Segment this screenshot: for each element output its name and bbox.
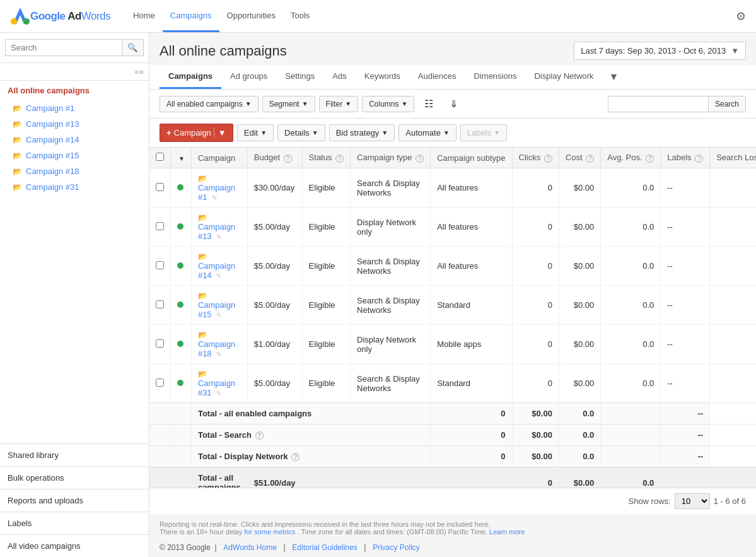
edit-button[interactable]: Edit ▼: [237, 124, 274, 141]
row4-cost-cell: $0.00: [559, 325, 600, 364]
sidebar-collapse-button[interactable]: ««: [0, 63, 149, 81]
header-budget[interactable]: Budget ?: [247, 148, 302, 168]
row4-edit-icon[interactable]: ✎: [216, 351, 221, 358]
tab-audiences[interactable]: Audiences: [409, 65, 465, 89]
segment-button[interactable]: Segment ▼: [262, 96, 315, 112]
header-status[interactable]: Status ?: [302, 148, 350, 168]
row5-checkbox[interactable]: [156, 378, 164, 387]
total-search-help-icon[interactable]: ?: [255, 431, 264, 440]
search-input[interactable]: [5, 39, 122, 56]
total1-searchlost: --: [661, 425, 710, 446]
row4-checkbox[interactable]: [156, 339, 164, 348]
row3-edit-icon[interactable]: ✎: [216, 312, 221, 319]
filter-enabled-campaigns-button[interactable]: All enabled campaigns ▼: [160, 96, 259, 112]
header-avg-pos[interactable]: Avg. Pos. ?: [601, 148, 661, 168]
cost-help-icon[interactable]: ?: [586, 155, 594, 163]
tab-keywords[interactable]: Keywords: [356, 65, 409, 89]
sidebar-bulk-operations[interactable]: Bulk operations: [0, 466, 149, 489]
plus-icon: +: [166, 128, 172, 138]
header-campaign[interactable]: Campaign: [191, 148, 247, 168]
tabs-more-icon[interactable]: ▼: [602, 65, 625, 89]
row3-checkbox[interactable]: [156, 300, 164, 308]
row1-budget-cell: $5.00/day: [247, 208, 302, 247]
campaign-type-help-icon[interactable]: ?: [416, 155, 424, 163]
header-clicks[interactable]: Clicks ?: [512, 148, 559, 168]
select-all-checkbox[interactable]: [156, 153, 164, 161]
sidebar-all-video-campaigns[interactable]: All video campaigns: [0, 534, 149, 557]
sidebar-search-button[interactable]: 🔍: [122, 39, 144, 56]
svg-point-1: [23, 18, 30, 25]
automate-button[interactable]: Automate ▼: [398, 124, 457, 141]
labels-caret-icon: ▼: [494, 129, 500, 136]
header-campaign-type[interactable]: Campaign type ?: [351, 148, 431, 168]
header-cost[interactable]: Cost ?: [559, 148, 600, 168]
sidebar-item-campaign1[interactable]: 📂 Campaign #1: [0, 100, 149, 116]
sidebar-reports-uploads[interactable]: Reports and uploads: [0, 489, 149, 512]
tab-ads[interactable]: Ads: [323, 65, 355, 89]
gear-icon[interactable]: ⚙: [736, 9, 746, 23]
filter-button[interactable]: Filter ▼: [319, 96, 359, 112]
rows-per-page-select[interactable]: 10 25 50 100: [675, 493, 710, 509]
row5-edit-icon[interactable]: ✎: [216, 390, 221, 397]
learn-more-link[interactable]: Learn more: [489, 528, 525, 536]
adwords-home-link[interactable]: AdWords Home: [223, 543, 276, 552]
row0-checkbox[interactable]: [156, 183, 164, 191]
campaign-icon: 📂: [13, 167, 22, 176]
columns-button[interactable]: Columns ▼: [362, 96, 414, 112]
tab-settings[interactable]: Settings: [276, 65, 323, 89]
sidebar-item-campaign15[interactable]: 📂 Campaign #15: [0, 148, 149, 163]
row1-checkbox[interactable]: [156, 222, 164, 230]
nav-tools[interactable]: Tools: [283, 1, 317, 32]
labels-button[interactable]: Labels ▼: [460, 124, 507, 141]
nav-campaigns[interactable]: Campaigns: [163, 1, 219, 32]
main-header: All online campaigns Last 7 days: Sep 30…: [149, 33, 756, 65]
sidebar-item-campaign14[interactable]: 📂 Campaign #14: [0, 132, 149, 148]
sidebar-labels[interactable]: Labels: [0, 512, 149, 534]
clicks-help-icon[interactable]: ?: [544, 155, 552, 163]
toolbar-search-input[interactable]: [608, 96, 709, 112]
labels-help-icon[interactable]: ?: [695, 155, 703, 163]
total-row-display: Total - Display Network ? 0 $0.00 0.0 --: [149, 446, 756, 467]
download-button[interactable]: ⇓: [443, 95, 464, 113]
some-metrics-link[interactable]: for some metrics: [244, 528, 295, 536]
bid-strategy-button[interactable]: Bid strategy ▼: [329, 124, 395, 141]
tab-display-network[interactable]: Display Network: [525, 65, 602, 89]
row3-cost-cell: $0.00: [559, 286, 600, 325]
details-button[interactable]: Details ▼: [277, 124, 325, 141]
campaign-button[interactable]: + Campaign ▼: [160, 124, 233, 142]
row5-campaign-type-cell: Search & Display Networks: [351, 364, 431, 403]
total-display-help-icon[interactable]: ?: [291, 453, 299, 461]
total-row-search: Total - Search ? 0 $0.00 0.0 --: [149, 425, 756, 446]
budget-help-icon[interactable]: ?: [284, 155, 292, 163]
segment-caret-icon: ▼: [302, 100, 308, 107]
tab-campaigns[interactable]: Campaigns: [160, 65, 221, 89]
privacy-policy-link[interactable]: Privacy Policy: [373, 543, 420, 552]
header-search-lost-is[interactable]: Search Lost IS (rank) ?: [710, 148, 756, 168]
nav-opportunities[interactable]: Opportunities: [219, 1, 283, 32]
header-campaign-subtype[interactable]: Campaign subtype: [431, 148, 512, 168]
row2-status-text-cell: Eligible: [302, 247, 350, 286]
row3-labels-cell: --: [661, 286, 710, 325]
row2-edit-icon[interactable]: ✎: [216, 273, 221, 279]
nav-home[interactable]: Home: [125, 1, 163, 32]
chart-button[interactable]: ☷: [418, 95, 439, 113]
sidebar-shared-library[interactable]: Shared library: [0, 443, 149, 466]
sidebar-all-online-campaigns[interactable]: All online campaigns: [0, 81, 149, 100]
sort-arrow-icon[interactable]: ▼: [178, 155, 185, 162]
editorial-guidelines-link[interactable]: Editorial Guidelines: [292, 543, 357, 552]
row2-checkbox[interactable]: [156, 261, 164, 269]
tab-ad-groups[interactable]: Ad groups: [221, 65, 276, 89]
row0-edit-icon[interactable]: ✎: [212, 194, 217, 201]
status-help-icon[interactable]: ?: [335, 155, 344, 163]
avg-pos-help-icon[interactable]: ?: [646, 155, 654, 163]
tab-dimensions[interactable]: Dimensions: [465, 65, 526, 89]
sidebar-item-campaign31[interactable]: 📂 Campaign #31: [0, 179, 149, 195]
header-labels[interactable]: Labels ?: [661, 148, 710, 168]
row3-budget-cell: $5.00/day: [247, 286, 302, 325]
date-range-button[interactable]: Last 7 days: Sep 30, 2013 - Oct 6, 2013 …: [574, 42, 746, 60]
sidebar-item-campaign13[interactable]: 📂 Campaign #13: [0, 116, 149, 132]
row1-status-text-cell: Eligible: [302, 208, 350, 247]
sidebar-item-campaign18[interactable]: 📂 Campaign #18: [0, 163, 149, 179]
row1-edit-icon[interactable]: ✎: [216, 233, 221, 240]
toolbar-search-button[interactable]: Search: [709, 96, 746, 112]
